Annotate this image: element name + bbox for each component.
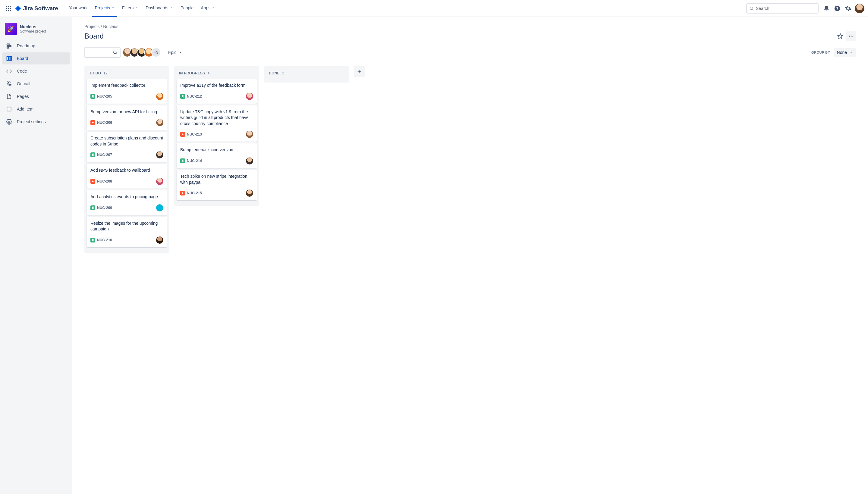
issue-card[interactable]: Bump fedeback icon versionNUC-214 <box>177 144 257 168</box>
story-icon <box>90 238 95 243</box>
add-icon <box>5 106 13 113</box>
bug-icon <box>90 120 95 125</box>
sidebar-item-label: Project settings <box>17 119 46 124</box>
top-header: Jira Software Your workProjectsFiltersDa… <box>0 0 868 17</box>
board-icon <box>5 55 13 62</box>
sidebar-item-board[interactable]: Board <box>2 52 70 64</box>
story-icon <box>90 205 95 210</box>
avatar-more[interactable]: +3 <box>151 48 161 57</box>
issue-card[interactable]: Tech spike on new stripe integration wit… <box>177 170 257 200</box>
issue-card[interactable]: Add NPS feedback to wallboardNUC-208 <box>87 164 167 189</box>
card-title: Resize the images for the upcoming campa… <box>90 221 163 232</box>
svg-point-24 <box>849 36 850 36</box>
svg-point-29 <box>92 122 94 124</box>
sidebar-item-project-settings[interactable]: Project settings <box>2 116 70 128</box>
assignee-avatar[interactable] <box>156 178 163 185</box>
star-button[interactable] <box>835 31 845 41</box>
assignee-avatar[interactable] <box>246 93 253 100</box>
card-title: Bump fedeback icon version <box>180 147 253 153</box>
bug-icon <box>90 179 95 184</box>
card-title: Implement feedback collector <box>90 82 163 89</box>
product-name: Jira Software <box>23 5 58 12</box>
board-search[interactable] <box>85 47 121 58</box>
issue-key: NUC-212 <box>187 94 202 98</box>
story-icon <box>180 158 185 163</box>
group-by-select[interactable]: None <box>834 48 856 57</box>
svg-point-31 <box>182 134 184 135</box>
sidebar-item-label: Pages <box>17 94 29 99</box>
notifications-icon[interactable] <box>821 4 831 13</box>
svg-point-5 <box>10 8 11 9</box>
card-title: Tech spike on new stripe integration wit… <box>180 173 253 185</box>
pages-icon <box>5 93 13 100</box>
roadmap-icon <box>5 42 13 50</box>
search-icon <box>113 50 117 55</box>
issue-card[interactable]: Create subscription plans and discount c… <box>87 132 167 162</box>
svg-rect-16 <box>7 56 8 60</box>
story-icon <box>90 94 95 99</box>
more-actions-button[interactable] <box>846 31 856 41</box>
issue-card[interactable]: Update T&C copy with v1.9 from the write… <box>177 106 257 142</box>
assignee-avatar[interactable] <box>246 189 253 197</box>
add-column-button[interactable] <box>354 66 365 77</box>
sidebar-item-on-call[interactable]: On-call <box>2 78 70 90</box>
chevron-down-icon <box>111 6 115 10</box>
assignee-avatar[interactable] <box>156 204 163 211</box>
issue-card[interactable]: Resize the images for the upcoming campa… <box>87 217 167 247</box>
issue-key: NUC-213 <box>187 132 202 136</box>
issue-key: NUC-206 <box>97 120 112 125</box>
assignee-avatar[interactable] <box>246 157 253 165</box>
svg-point-27 <box>114 51 116 54</box>
nav-filters[interactable]: Filters <box>119 0 141 17</box>
app-switcher-icon[interactable] <box>4 4 13 13</box>
assignee-avatar[interactable] <box>156 151 163 158</box>
issue-card[interactable]: Add analytics events to pricing pageNUC-… <box>87 190 167 215</box>
epic-filter[interactable]: Epic <box>168 50 182 55</box>
story-icon <box>90 152 95 157</box>
breadcrumb-parent[interactable]: Projects <box>85 24 100 29</box>
assignee-filter: +3 <box>125 48 161 57</box>
project-sidebar: 🚀 Nucleus Software project RoadmapBoardC… <box>0 17 72 494</box>
sidebar-item-add-item[interactable]: Add item <box>2 103 70 115</box>
profile-avatar[interactable] <box>855 4 864 13</box>
settings-icon[interactable] <box>843 4 853 13</box>
chevron-down-icon <box>135 6 138 10</box>
project-icon: 🚀 <box>5 23 17 35</box>
assignee-avatar[interactable] <box>156 119 163 126</box>
project-name: Nucleus <box>20 24 46 29</box>
chevron-down-icon <box>179 51 182 54</box>
assignee-avatar[interactable] <box>156 93 163 100</box>
nav-projects[interactable]: Projects <box>92 0 117 17</box>
bug-icon <box>180 191 185 195</box>
svg-point-9 <box>750 7 753 10</box>
sidebar-item-roadmap[interactable]: Roadmap <box>2 40 70 52</box>
svg-point-3 <box>6 8 7 9</box>
sidebar-item-pages[interactable]: Pages <box>2 90 70 102</box>
svg-rect-13 <box>7 44 10 44</box>
svg-point-2 <box>10 6 11 7</box>
nav-people[interactable]: People <box>178 0 196 17</box>
nav-your-work[interactable]: Your work <box>67 0 90 17</box>
sidebar-item-label: Roadmap <box>17 43 35 48</box>
assignee-avatar[interactable] <box>156 236 163 244</box>
nav-dashboards[interactable]: Dashboards <box>143 0 176 17</box>
nav-apps[interactable]: Apps <box>198 0 218 17</box>
kanban-board: TO DO12Implement feedback collectorNUC-2… <box>85 66 856 253</box>
card-title: Create subscription plans and discount c… <box>90 135 163 147</box>
project-header[interactable]: 🚀 Nucleus Software project <box>2 23 70 40</box>
search-input[interactable] <box>756 6 816 11</box>
chevron-down-icon <box>849 51 853 54</box>
svg-line-28 <box>116 53 117 54</box>
help-icon[interactable]: ? <box>832 4 842 13</box>
svg-point-8 <box>10 10 11 11</box>
global-search[interactable] <box>746 3 818 14</box>
issue-key: NUC-215 <box>187 191 202 195</box>
jira-logo[interactable]: Jira Software <box>15 5 58 12</box>
issue-card[interactable]: Implement feedback collectorNUC-205 <box>87 79 167 103</box>
oncall-icon <box>5 80 13 87</box>
issue-card[interactable]: Bump version for new API for billingNUC-… <box>87 106 167 130</box>
bug-icon <box>180 132 185 137</box>
sidebar-item-code[interactable]: Code <box>2 65 70 77</box>
assignee-avatar[interactable] <box>246 131 253 138</box>
issue-card[interactable]: Improve a11y of the feedback formNUC-212 <box>177 79 257 103</box>
